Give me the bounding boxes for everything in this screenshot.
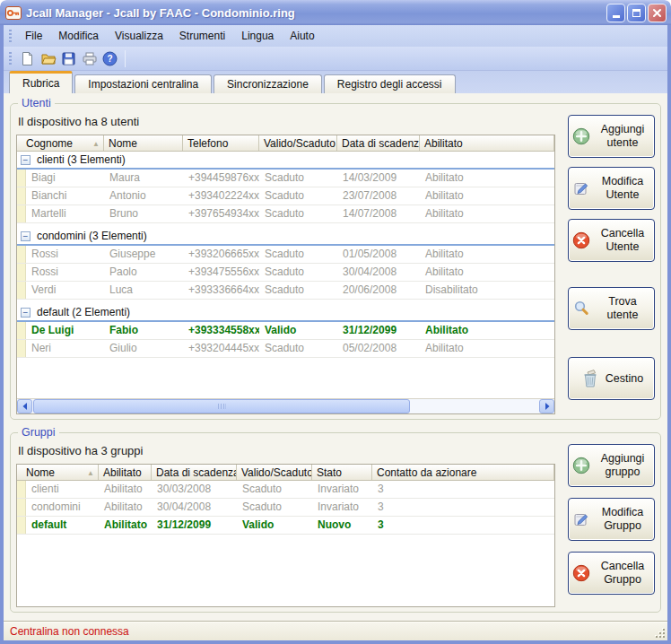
group-row[interactable]: defaultAbilitato31/12/2099ValidoNuovo3 bbox=[17, 517, 554, 535]
maximize-button[interactable] bbox=[627, 4, 646, 22]
cell: Scaduto bbox=[259, 246, 337, 263]
collapse-icon[interactable]: − bbox=[21, 308, 30, 318]
close-button[interactable] bbox=[648, 4, 667, 22]
user-row[interactable]: RossiGiuseppe+393206665xxxScaduto01/05/2… bbox=[17, 246, 554, 264]
scrollbar-thumb[interactable] bbox=[33, 399, 410, 413]
user-row[interactable]: RossiPaolo+393475556xxxScaduto30/04/2008… bbox=[17, 264, 554, 282]
groups-column-label: Abilitato bbox=[103, 466, 142, 479]
button-label: Aggiungi utente bbox=[595, 123, 650, 150]
menu-item-visualizza[interactable]: Visualizza bbox=[107, 27, 171, 45]
title-bar[interactable]: Jcall Manager - Jcall by FAAC - Condomin… bbox=[0, 0, 671, 25]
cell: Giuseppe bbox=[104, 246, 183, 263]
users-groupbox-label: Utenti bbox=[18, 97, 55, 109]
cell: Abilitato bbox=[420, 187, 554, 205]
groups-column-header-0[interactable]: Nome▲ bbox=[17, 465, 99, 480]
groups-column-header-1[interactable]: Abilitato bbox=[99, 465, 152, 480]
users-table: Cognome▲NomeTelefonoValido/ScadutoData d… bbox=[16, 135, 555, 414]
users-column-header-4[interactable]: Data di scadenza bbox=[337, 135, 420, 151]
find-user-button[interactable]: Trova utente bbox=[568, 287, 655, 330]
tab-registro-accessi[interactable]: Registro degli accessi bbox=[324, 74, 456, 93]
cell: Abilitato bbox=[99, 499, 152, 516]
scroll-left-arrow[interactable] bbox=[17, 399, 32, 413]
groups-column-header-3[interactable]: Valido/Scaduto bbox=[237, 465, 312, 480]
cell: 30/03/2008 bbox=[152, 481, 237, 498]
open-button[interactable] bbox=[38, 48, 58, 68]
trash-button[interactable]: Cestino bbox=[568, 357, 655, 400]
users-hscrollbar[interactable] bbox=[17, 398, 554, 413]
edit-group-button[interactable]: Modifica Gruppo bbox=[568, 498, 655, 541]
cell: Scaduto bbox=[259, 205, 337, 222]
user-row[interactable]: BianchiAntonio+393402224xxxScaduto23/07/… bbox=[17, 187, 554, 205]
edit-icon bbox=[572, 179, 590, 197]
cell: Scaduto bbox=[259, 340, 337, 357]
users-column-header-1[interactable]: Nome bbox=[104, 135, 183, 151]
rubrica-tab-page: Utenti Il dispositivo ha 8 utenti Cognom… bbox=[4, 93, 667, 621]
groups-column-header-4[interactable]: Stato bbox=[312, 465, 372, 480]
scrollbar-track[interactable] bbox=[411, 399, 539, 413]
users-column-label: Abilitato bbox=[424, 137, 463, 150]
cell: Paolo bbox=[104, 264, 183, 281]
user-group-header[interactable]: −default (2 Elementi) bbox=[17, 304, 554, 322]
cell: 05/02/2008 bbox=[337, 340, 420, 357]
user-row[interactable]: NeriGiulio+393204445xxxScaduto05/02/2008… bbox=[17, 340, 554, 358]
help-button[interactable]: ? bbox=[100, 48, 120, 68]
tab-rubrica[interactable]: Rubrica bbox=[9, 71, 73, 93]
tab-sincronizzazione[interactable]: Sincronizzazione bbox=[214, 74, 322, 93]
toolbar: ? bbox=[4, 47, 667, 71]
menu-item-modifica[interactable]: Modifica bbox=[50, 27, 107, 45]
user-group-header[interactable]: −condomini (3 Elementi) bbox=[17, 228, 554, 246]
menu-item-strumenti[interactable]: Strumenti bbox=[171, 27, 233, 45]
users-column-header-2[interactable]: Telefono bbox=[183, 135, 259, 151]
minimize-button[interactable] bbox=[606, 4, 625, 22]
menu-item-file[interactable]: File bbox=[17, 27, 50, 45]
cell: 01/05/2008 bbox=[337, 246, 420, 263]
user-row[interactable]: MartelliBruno+397654934xxxScaduto14/07/2… bbox=[17, 205, 554, 223]
cell: clienti bbox=[26, 481, 99, 498]
menu-drag-grip[interactable] bbox=[9, 30, 12, 43]
groups-groupbox-label: Gruppi bbox=[18, 426, 59, 439]
sort-ascending-icon: ▲ bbox=[92, 140, 100, 148]
cell: Biagi bbox=[26, 170, 104, 187]
row-selector bbox=[17, 282, 26, 299]
menu-item-lingua[interactable]: Lingua bbox=[233, 27, 282, 45]
cell: 3 bbox=[372, 499, 554, 516]
cell: 14/07/2008 bbox=[337, 205, 420, 222]
toolbar-separator bbox=[125, 50, 126, 67]
resize-grip[interactable] bbox=[653, 626, 665, 638]
group-row[interactable]: clientiAbilitato30/03/2008ScadutoInvaria… bbox=[17, 481, 554, 499]
users-column-label: Telefono bbox=[187, 137, 228, 150]
users-column-header-0[interactable]: Cognome▲ bbox=[17, 135, 104, 151]
delete-group-button[interactable]: Cancella Gruppo bbox=[568, 552, 655, 595]
cell: Neri bbox=[26, 340, 104, 357]
user-group-header[interactable]: −clienti (3 Elementi) bbox=[17, 152, 554, 170]
save-button[interactable] bbox=[58, 48, 79, 68]
user-row[interactable]: BiagiMaura+394459876xxxScaduto14/03/2009… bbox=[17, 170, 554, 187]
user-row[interactable]: De LuigiFabio+393334558xxxValido31/12/20… bbox=[17, 322, 554, 340]
new-document-button[interactable] bbox=[17, 48, 38, 68]
cell: Luca bbox=[104, 282, 183, 299]
add-group-button[interactable]: Aggiungi gruppo bbox=[568, 444, 655, 487]
tab-impostazioni-centralina[interactable]: Impostazioni centralina bbox=[74, 74, 212, 93]
users-column-header-5[interactable]: Abilitato bbox=[420, 135, 554, 151]
menu-item-aiuto[interactable]: Aiuto bbox=[282, 27, 322, 45]
groups-column-header-5[interactable]: Contatto da azionare bbox=[372, 465, 554, 480]
delete-user-button[interactable]: Cancella Utente bbox=[568, 219, 655, 262]
scroll-right-arrow[interactable] bbox=[539, 399, 554, 413]
users-column-label: Data di scadenza bbox=[342, 137, 420, 150]
add-icon bbox=[572, 457, 590, 474]
user-row[interactable]: VerdiLuca+393336664xxxScaduto20/06/2008D… bbox=[17, 282, 554, 300]
users-column-label: Valido/Scaduto bbox=[264, 137, 336, 150]
find-icon bbox=[572, 300, 590, 318]
cell: Abilitato bbox=[420, 205, 554, 222]
users-column-header-3[interactable]: Valido/Scaduto bbox=[259, 135, 337, 151]
groups-summary: Il dispositivo ha 3 gruppi bbox=[18, 444, 555, 457]
edit-user-button[interactable]: Modifica Utente bbox=[568, 167, 655, 210]
status-message: Centralina non connessa bbox=[10, 625, 129, 638]
collapse-icon[interactable]: − bbox=[21, 155, 30, 165]
toolbar-drag-grip[interactable] bbox=[9, 52, 12, 65]
collapse-icon[interactable]: − bbox=[21, 231, 30, 241]
group-row[interactable]: condominiAbilitato30/04/2008ScadutoInvar… bbox=[17, 499, 554, 517]
groups-column-header-2[interactable]: Data di scadenza bbox=[152, 465, 237, 480]
print-button[interactable] bbox=[79, 48, 100, 68]
add-user-button[interactable]: Aggiungi utente bbox=[568, 115, 655, 158]
